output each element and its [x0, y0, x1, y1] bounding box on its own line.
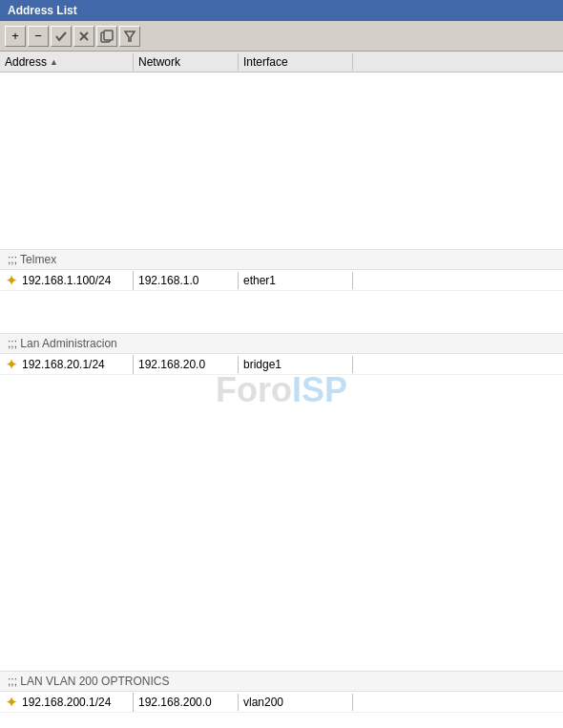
- disable-button[interactable]: [73, 26, 94, 47]
- title-label: Address List: [8, 4, 77, 17]
- sort-arrow-icon: ▲: [50, 57, 58, 67]
- gap-2: [0, 375, 563, 671]
- svg-rect-3: [104, 31, 113, 40]
- gap-1: [0, 291, 563, 333]
- plus-icon: ✦: [5, 357, 18, 372]
- section-header-lan-admin: ;;; Lan Administracion: [0, 333, 563, 354]
- add-button[interactable]: +: [5, 26, 26, 47]
- cell-interface-1-0: bridge1: [239, 356, 353, 373]
- toolbar: + −: [0, 21, 563, 52]
- x-icon: [77, 30, 91, 43]
- check-icon: [54, 30, 68, 43]
- svg-marker-4: [125, 31, 135, 41]
- cell-interface-0-0: ether1: [239, 272, 353, 289]
- plus-icon: ✦: [5, 695, 18, 710]
- cell-network-2-0: 192.168.200.0: [134, 694, 239, 711]
- copy-icon: [100, 30, 114, 43]
- column-header-row: Address ▲ Network Interface: [0, 52, 563, 73]
- col-header-interface[interactable]: Interface: [239, 53, 353, 71]
- col-header-address[interactable]: Address ▲: [0, 53, 134, 71]
- filter-button[interactable]: [119, 26, 140, 47]
- remove-button[interactable]: −: [28, 26, 49, 47]
- section-header-vlan200: ;;; LAN VLAN 200 OPTRONICS: [0, 671, 563, 692]
- cell-network-1-0: 192.168.20.0: [134, 356, 239, 373]
- filter-icon: [123, 30, 136, 43]
- cell-extra-0-0: [353, 279, 563, 282]
- cell-network-0-0: 192.168.1.0: [134, 272, 239, 289]
- main-content: ForoISP Address ▲ Network Interface ;;; …: [0, 52, 563, 728]
- section-header-telmex: ;;; Telmex: [0, 249, 563, 270]
- enable-button[interactable]: [51, 26, 72, 47]
- plus-icon: ✦: [5, 273, 18, 288]
- copy-button[interactable]: [96, 26, 117, 47]
- cell-interface-2-0: vlan200: [239, 694, 353, 711]
- title-bar: Address List: [0, 0, 563, 21]
- col-header-network[interactable]: Network: [134, 53, 239, 71]
- col-header-extra: [353, 60, 563, 64]
- empty-top-space: [0, 73, 563, 249]
- cell-extra-1-0: [353, 363, 563, 366]
- table-row[interactable]: ✦ 192.168.1.100/24 192.168.1.0 ether1: [0, 270, 563, 291]
- table-row[interactable]: ✦ 192.168.200.1/24 192.168.200.0 vlan200: [0, 692, 563, 713]
- cell-address-0-0: ✦ 192.168.1.100/24: [0, 271, 134, 290]
- cell-extra-2-0: [353, 700, 563, 704]
- table-row[interactable]: ✦ 192.168.20.1/24 192.168.20.0 bridge1: [0, 354, 563, 375]
- cell-address-2-0: ✦ 192.168.200.1/24: [0, 693, 134, 712]
- cell-address-1-0: ✦ 192.168.20.1/24: [0, 355, 134, 374]
